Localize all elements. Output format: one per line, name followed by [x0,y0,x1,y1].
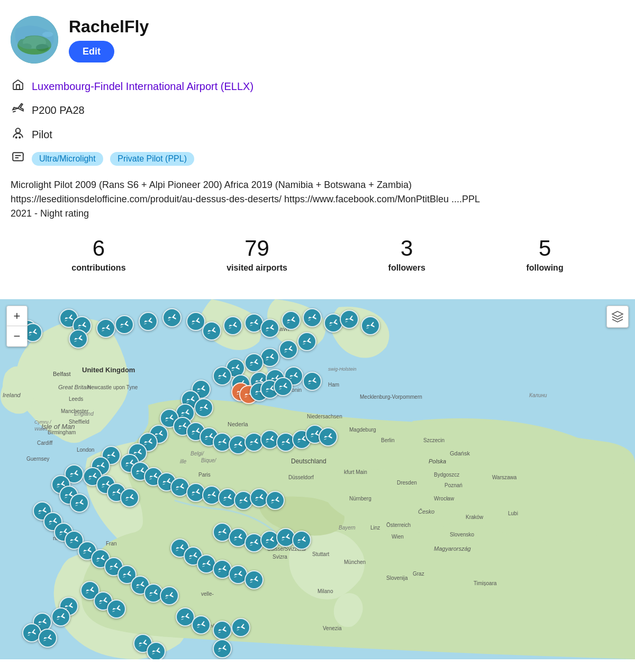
map-zoom-controls: + − [6,306,28,347]
svg-rect-10 [13,153,23,160]
svg-text:Deutschland: Deutschland [291,458,326,465]
svg-text:Bique/: Bique/ [201,458,217,463]
airport-marker[interactable] [244,353,264,372]
airport-marker[interactable] [282,311,301,330]
airport-marker[interactable] [319,427,338,446]
svg-text:Warszawa: Warszawa [492,474,517,480]
svg-point-9 [19,137,20,138]
badge-ppl: Private Pilot (PPL) [110,152,194,166]
svg-text:Gdańsk: Gdańsk [450,450,470,456]
ratings-row: Ultra/Microlight Private Pilot (PPL) [11,150,624,167]
svg-text:Svizra: Svizra [273,554,287,560]
followers-number: 3 [401,236,413,261]
airport-marker[interactable] [139,312,158,331]
airport-marker[interactable] [297,332,316,351]
svg-text:London: London [77,447,94,453]
airport-marker[interactable] [303,372,322,391]
airport-marker[interactable] [69,329,88,348]
username: RachelFly [69,17,149,37]
airport-marker[interactable] [266,491,285,510]
svg-text:Berlin: Berlin [381,437,395,443]
airport-marker[interactable] [213,639,232,658]
svg-text:Milano: Milano [318,588,333,594]
airport-marker[interactable] [231,618,250,637]
avatar [11,16,58,64]
airport-marker[interactable] [340,310,359,329]
svg-text:Wien: Wien [392,534,404,540]
airport-marker[interactable] [279,340,298,359]
airport-marker[interactable] [292,531,311,550]
airport-marker[interactable] [213,621,232,640]
following-number: 5 [539,236,551,261]
airport-marker[interactable] [260,319,279,338]
svg-text:Birmingham: Birmingham [48,429,76,435]
airport-marker[interactable] [107,599,126,619]
svg-text:Česko: Česko [418,508,434,515]
airport-marker[interactable] [244,570,264,589]
svg-text:Mecklenburg-Vorpommern: Mecklenburg-Vorpommern [360,394,422,400]
svg-text:Kraków: Kraków [466,514,484,520]
stat-following[interactable]: 5 following [526,236,563,273]
profile-section: RachelFly Edit Luxembourg-Findel Interna… [0,0,635,299]
svg-text:kfurt Main: kfurt Main [344,469,367,475]
airport-marker[interactable] [51,607,70,626]
airport-marker[interactable] [115,315,134,334]
svg-text:Cymru /: Cymru / [34,419,52,425]
bio-text: Microlight Pilot 2009 (Rans S6 + Alpi Pi… [11,178,487,221]
map-layers-button[interactable] [606,306,629,328]
map-container[interactable]: Isle of Man Belfast United Kingdom Great… [0,299,635,659]
airport-marker[interactable] [223,316,242,335]
airport-marker[interactable] [70,494,89,513]
svg-text:Belgi/: Belgi/ [190,451,204,456]
svg-text:Wrocław: Wrocław [434,496,455,501]
svg-text:Düsseldorf: Düsseldorf [288,474,314,480]
ratings-icon [11,150,25,167]
contributions-number: 6 [93,236,105,261]
airport-marker[interactable] [160,586,179,605]
svg-text:Wales: Wales [34,426,48,432]
profile-header: RachelFly Edit [11,16,624,64]
airport-marker[interactable] [274,377,293,396]
svg-text:Lubi: Lubi [508,510,518,516]
airport-marker[interactable] [213,366,232,386]
aircraft-row: P200 PA28 [11,102,624,119]
aircraft-icon [11,102,25,119]
pilot-icon [11,126,25,143]
airport-marker[interactable] [38,629,57,648]
airport-marker[interactable] [162,308,182,327]
airport-marker[interactable] [120,488,139,507]
airport-marker[interactable] [194,398,213,417]
svg-text:Nürnberg: Nürnberg [349,496,371,501]
svg-text:Szczecin: Szczecin [423,437,444,443]
svg-point-8 [16,137,17,138]
contributions-label: contributions [71,263,125,273]
edit-button[interactable]: Edit [69,41,114,62]
svg-text:ille: ille [180,459,187,464]
svg-text:Ham: Ham [328,382,339,388]
airport-marker[interactable] [147,642,166,659]
stat-contributions[interactable]: 6 contributions [71,236,125,273]
visited-airports-number: 79 [244,236,269,261]
stat-followers[interactable]: 3 followers [388,236,425,273]
airport-marker[interactable] [303,308,322,327]
stat-visited-airports[interactable]: 79 visited airports [226,236,287,273]
airport-marker[interactable] [96,319,115,338]
svg-text:Österreich: Österreich [386,522,411,528]
svg-text:Stuttart: Stuttart [312,551,329,557]
svg-text:Slovenija: Slovenija [386,575,408,581]
zoom-out-button[interactable]: − [7,326,27,346]
svg-text:Cardiff: Cardiff [37,440,52,446]
svg-text:Niedersachsen: Niedersachsen [307,414,342,419]
svg-point-7 [16,128,21,133]
svg-text:Polska: Polska [429,458,446,464]
profile-info: RachelFly Edit [69,17,149,62]
zoom-in-button[interactable]: + [7,306,27,326]
svg-text:Venezia: Venezia [323,625,342,631]
airport-marker[interactable] [361,316,380,335]
airport-marker[interactable] [202,321,221,341]
svg-text:Ireland: Ireland [3,392,21,398]
home-airport-link[interactable]: Luxembourg-Findel International Airport … [32,80,253,93]
ratings-badges: Ultra/Microlight Private Pilot (PPL) [32,152,198,166]
airport-marker[interactable] [192,615,211,634]
svg-text:Fran: Fran [106,541,117,546]
